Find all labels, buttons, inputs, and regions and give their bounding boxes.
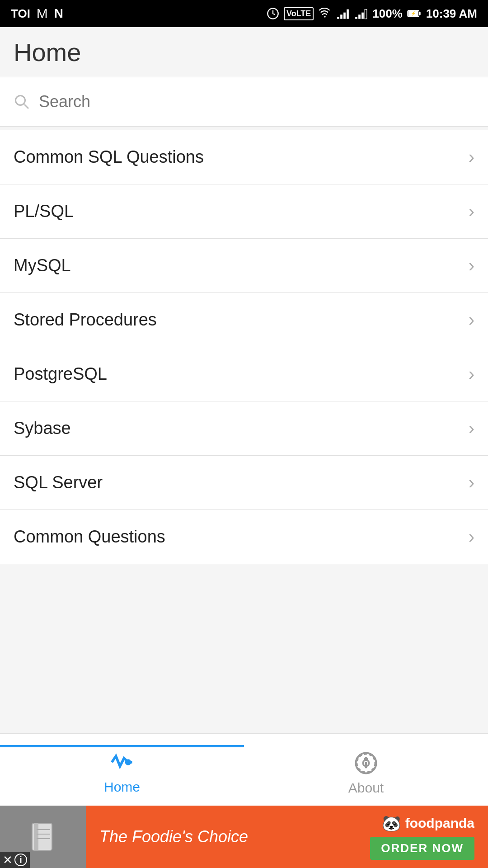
svg-text:⚡: ⚡ [411,11,416,16]
svg-rect-6 [355,17,357,19]
menu-item-label: Common Questions [14,527,165,547]
svg-rect-9 [365,9,367,19]
ad-content: The Foodie's Choice 🐼 foodpanda ORDER NO… [86,806,488,868]
svg-rect-7 [358,14,361,19]
chevron-right-icon: › [469,147,474,167]
menu-item-stored-procedures[interactable]: Stored Procedures › [0,293,488,347]
menu-item-label: Common SQL Questions [14,147,204,167]
status-bar: TOI M N VoLTE 1 [0,0,488,27]
chevron-right-icon: › [469,364,474,384]
close-icon[interactable]: ✕ [3,854,13,866]
book-icon [25,819,61,855]
battery-icon: ⚡ [407,7,422,20]
signal2-icon [354,7,368,20]
wifi-icon [318,7,332,20]
menu-item-sql-server[interactable]: SQL Server › [0,456,488,510]
svg-point-16 [126,760,130,764]
ad-cta-button[interactable]: ORDER NOW [370,837,474,860]
menu-item-postgresql[interactable]: PostgreSQL › [0,347,488,401]
ad-brand: 🐼 foodpanda [382,814,474,832]
menu-item-label: Stored Procedures [14,310,157,330]
menu-item-common-questions[interactable]: Common Questions › [0,510,488,564]
news-icon: N [54,6,63,21]
menu-item-plsql[interactable]: PL/SQL › [0,184,488,239]
home-active-indicator [0,745,244,747]
status-toi: TOI [11,7,30,21]
svg-point-1 [324,16,326,18]
svg-rect-23 [34,823,38,850]
chevron-right-icon: › [469,255,474,276]
search-icon [14,94,30,110]
nav-about-label: About [348,780,384,796]
menu-list: Common SQL Questions › PL/SQL › MySQL › … [0,130,488,564]
ad-left-area: ✕ i [0,806,86,868]
menu-item-label: PostgreSQL [14,364,107,384]
svg-line-15 [24,104,28,108]
app-header: Home [0,27,488,77]
status-bar-right: VoLTE 100% ⚡ 10:39 AM [267,7,477,21]
svg-point-14 [16,96,25,105]
battery-percent: 100% [372,7,403,21]
menu-item-label: SQL Server [14,473,103,492]
menu-item-label: PL/SQL [14,202,74,221]
signal-icon [336,7,350,20]
nav-home-label: Home [104,779,140,795]
svg-rect-8 [361,13,364,19]
nav-item-home[interactable]: Home [0,745,244,795]
info-icon[interactable]: i [14,854,27,866]
ad-body-text: The Foodie's Choice [99,827,248,846]
menu-item-common-sql[interactable]: Common SQL Questions › [0,130,488,184]
content-area[interactable]: Common SQL Questions › PL/SQL › MySQL › … [0,77,488,733]
search-input[interactable] [39,92,474,111]
status-bar-left: TOI M N [11,6,63,21]
ad-banner: ✕ i The Foodie's Choice 🐼 foodpanda ORDE… [0,806,488,868]
svg-rect-5 [347,9,349,19]
gmail-icon: M [37,6,48,21]
chevron-right-icon: › [469,201,474,222]
clock-icon [267,7,279,20]
menu-item-sybase[interactable]: Sybase › [0,401,488,456]
home-icon [108,749,136,776]
menu-item-label: MySQL [14,256,71,275]
chevron-right-icon: › [469,527,474,547]
chevron-right-icon: › [469,310,474,330]
ad-brand-area: 🐼 foodpanda ORDER NOW [370,814,474,860]
svg-rect-11 [419,12,420,15]
chevron-right-icon: › [469,418,474,439]
page-title: Home [14,38,81,67]
ad-text-area: The Foodie's Choice [99,827,248,846]
about-icon [352,750,380,777]
panda-icon: 🐼 [382,814,401,832]
status-time: 10:39 AM [426,7,477,21]
svg-rect-3 [340,14,343,19]
svg-rect-4 [343,13,346,19]
volte-badge: VoLTE [284,7,314,20]
svg-rect-2 [337,17,339,19]
search-container[interactable] [0,77,488,127]
brand-name: foodpanda [405,816,474,831]
menu-item-label: Sybase [14,419,71,438]
chevron-right-icon: › [469,472,474,493]
menu-item-mysql[interactable]: MySQL › [0,239,488,293]
bottom-nav: Home About [0,733,488,806]
ad-close-bar[interactable]: ✕ i [0,852,30,868]
nav-item-about[interactable]: About [244,744,488,796]
